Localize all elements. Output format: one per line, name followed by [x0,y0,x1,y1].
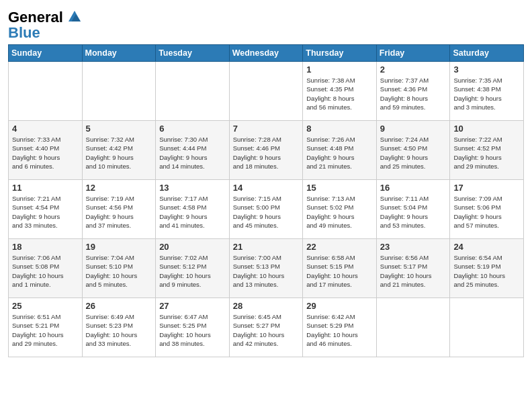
calendar-cell: 22Sunrise: 6:58 AMSunset: 5:15 PMDayligh… [303,239,377,298]
weekday-header: Friday [376,45,450,62]
day-info: Sunrise: 6:42 AMSunset: 5:29 PMDaylight:… [306,312,373,348]
calendar-cell: 7Sunrise: 7:28 AMSunset: 4:46 PMDaylight… [229,121,303,180]
day-info: Sunrise: 7:02 AMSunset: 5:12 PMDaylight:… [159,253,226,289]
calendar-cell [229,62,303,121]
calendar-cell: 4Sunrise: 7:33 AMSunset: 4:40 PMDaylight… [9,121,83,180]
calendar-cell: 21Sunrise: 7:00 AMSunset: 5:13 PMDayligh… [229,239,303,298]
day-number: 11 [12,183,79,193]
logo-text: General [8,9,81,26]
calendar-cell: 13Sunrise: 7:17 AMSunset: 4:58 PMDayligh… [156,180,230,239]
day-info: Sunrise: 6:56 AMSunset: 5:17 PMDaylight:… [380,253,447,289]
calendar-cell [9,62,83,121]
weekday-header: Tuesday [156,45,230,62]
day-info: Sunrise: 7:28 AMSunset: 4:46 PMDaylight:… [233,135,300,171]
calendar-table: SundayMondayTuesdayWednesdayThursdayFrid… [8,44,524,357]
day-number: 16 [380,183,447,193]
calendar-cell [82,62,156,121]
calendar-cell: 1Sunrise: 7:38 AMSunset: 4:35 PMDaylight… [303,62,377,121]
calendar-cell: 20Sunrise: 7:02 AMSunset: 5:12 PMDayligh… [156,239,230,298]
day-info: Sunrise: 6:49 AMSunset: 5:23 PMDaylight:… [86,312,152,348]
day-info: Sunrise: 7:11 AMSunset: 5:04 PMDaylight:… [380,194,447,230]
day-number: 4 [12,124,79,134]
calendar-cell: 23Sunrise: 6:56 AMSunset: 5:17 PMDayligh… [376,239,450,298]
day-number: 9 [380,124,447,134]
day-number: 21 [233,242,300,252]
day-info: Sunrise: 7:19 AMSunset: 4:56 PMDaylight:… [86,194,152,230]
day-info: Sunrise: 7:17 AMSunset: 4:58 PMDaylight:… [159,194,226,230]
logo-blue: Blue [8,26,81,40]
day-number: 2 [380,64,447,75]
day-number: 1 [306,64,373,75]
day-number: 28 [233,301,300,311]
day-info: Sunrise: 7:37 AMSunset: 4:36 PMDaylight:… [380,76,447,111]
day-info: Sunrise: 6:58 AMSunset: 5:15 PMDaylight:… [306,253,373,289]
calendar-cell: 14Sunrise: 7:15 AMSunset: 5:00 PMDayligh… [229,180,303,239]
calendar-cell: 19Sunrise: 7:04 AMSunset: 5:10 PMDayligh… [82,239,156,298]
calendar-cell: 12Sunrise: 7:19 AMSunset: 4:56 PMDayligh… [82,180,156,239]
calendar-cell: 6Sunrise: 7:30 AMSunset: 4:44 PMDaylight… [156,121,230,180]
calendar-cell: 2Sunrise: 7:37 AMSunset: 4:36 PMDaylight… [376,62,450,121]
day-info: Sunrise: 7:06 AMSunset: 5:08 PMDaylight:… [12,253,79,289]
day-info: Sunrise: 7:33 AMSunset: 4:40 PMDaylight:… [12,135,79,171]
weekday-header: Wednesday [229,45,303,62]
day-info: Sunrise: 7:13 AMSunset: 5:02 PMDaylight:… [306,194,373,230]
weekday-header: Monday [82,45,156,62]
calendar-cell: 18Sunrise: 7:06 AMSunset: 5:08 PMDayligh… [9,239,83,298]
day-info: Sunrise: 7:30 AMSunset: 4:44 PMDaylight:… [159,135,226,171]
calendar-cell: 5Sunrise: 7:32 AMSunset: 4:42 PMDaylight… [82,121,156,180]
day-number: 29 [306,301,373,311]
day-number: 27 [159,301,226,311]
day-info: Sunrise: 7:21 AMSunset: 4:54 PMDaylight:… [12,194,79,230]
day-info: Sunrise: 7:22 AMSunset: 4:52 PMDaylight:… [453,135,520,171]
day-info: Sunrise: 7:04 AMSunset: 5:10 PMDaylight:… [86,253,152,289]
day-number: 17 [453,183,520,193]
day-info: Sunrise: 7:15 AMSunset: 5:00 PMDaylight:… [233,194,300,230]
day-info: Sunrise: 7:35 AMSunset: 4:38 PMDaylight:… [453,76,520,111]
calendar-cell: 8Sunrise: 7:26 AMSunset: 4:48 PMDaylight… [303,121,377,180]
day-number: 19 [86,242,152,252]
calendar-cell: 9Sunrise: 7:24 AMSunset: 4:50 PMDaylight… [376,121,450,180]
calendar-cell: 15Sunrise: 7:13 AMSunset: 5:02 PMDayligh… [303,180,377,239]
day-number: 8 [306,124,373,134]
day-number: 23 [380,242,447,252]
calendar-cell: 17Sunrise: 7:09 AMSunset: 5:06 PMDayligh… [450,180,524,239]
day-number: 25 [12,301,79,311]
calendar-cell [450,298,524,357]
day-info: Sunrise: 7:09 AMSunset: 5:06 PMDaylight:… [453,194,520,230]
calendar-cell [156,62,230,121]
calendar-cell: 26Sunrise: 6:49 AMSunset: 5:23 PMDayligh… [82,298,156,357]
day-number: 7 [233,124,300,134]
calendar-cell: 28Sunrise: 6:45 AMSunset: 5:27 PMDayligh… [229,298,303,357]
calendar-cell: 10Sunrise: 7:22 AMSunset: 4:52 PMDayligh… [450,121,524,180]
day-number: 13 [159,183,226,193]
calendar-cell: 3Sunrise: 7:35 AMSunset: 4:38 PMDaylight… [450,62,524,121]
day-number: 14 [233,183,300,193]
logo-icon [69,10,81,22]
day-number: 15 [306,183,373,193]
day-info: Sunrise: 6:45 AMSunset: 5:27 PMDaylight:… [233,312,300,348]
day-number: 10 [453,124,520,134]
calendar-cell: 11Sunrise: 7:21 AMSunset: 4:54 PMDayligh… [9,180,83,239]
calendar-cell [376,298,450,357]
calendar-cell: 27Sunrise: 6:47 AMSunset: 5:25 PMDayligh… [156,298,230,357]
logo: General Blue [8,9,81,40]
day-info: Sunrise: 6:47 AMSunset: 5:25 PMDaylight:… [159,312,226,348]
day-info: Sunrise: 6:51 AMSunset: 5:21 PMDaylight:… [12,312,79,348]
day-info: Sunrise: 7:26 AMSunset: 4:48 PMDaylight:… [306,135,373,171]
day-info: Sunrise: 6:54 AMSunset: 5:19 PMDaylight:… [453,253,520,289]
day-info: Sunrise: 7:32 AMSunset: 4:42 PMDaylight:… [86,135,152,171]
day-number: 22 [306,242,373,252]
day-number: 26 [86,301,152,311]
weekday-header: Saturday [450,45,524,62]
day-number: 24 [453,242,520,252]
day-number: 6 [159,124,226,134]
day-number: 12 [86,183,152,193]
calendar-cell: 16Sunrise: 7:11 AMSunset: 5:04 PMDayligh… [376,180,450,239]
weekday-header: Sunday [9,45,83,62]
page: General Blue SundayMondayTuesdayWednesda… [0,0,532,411]
weekday-header: Thursday [303,45,377,62]
day-info: Sunrise: 7:00 AMSunset: 5:13 PMDaylight:… [233,253,300,289]
header: General Blue [8,7,524,40]
day-info: Sunrise: 7:38 AMSunset: 4:35 PMDaylight:… [306,76,373,111]
day-info: Sunrise: 7:24 AMSunset: 4:50 PMDaylight:… [380,135,447,171]
